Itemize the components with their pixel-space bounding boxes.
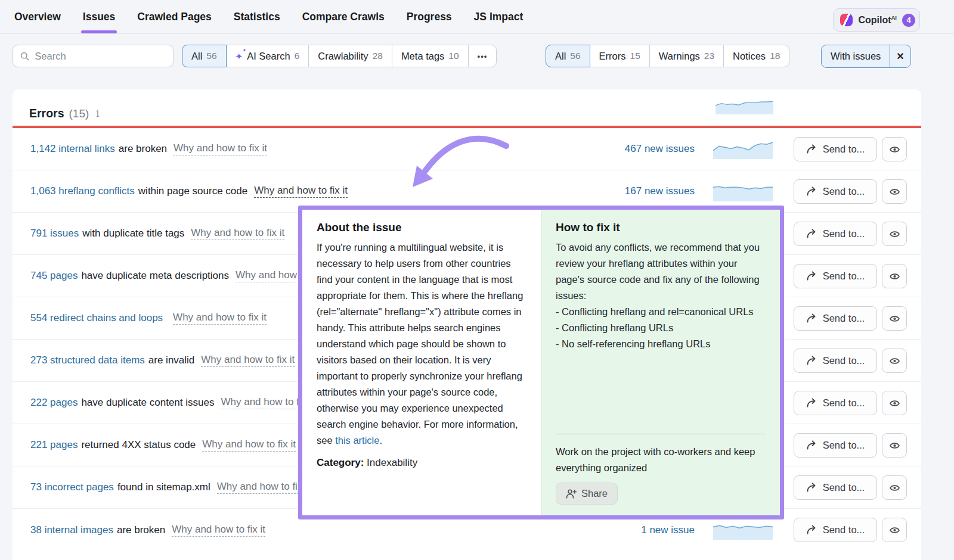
issue-count-link[interactable]: 1,063 hreflang conflicts bbox=[30, 185, 135, 197]
tab-meta-tags[interactable]: Meta tags 10 bbox=[392, 45, 469, 67]
forward-arrow-icon bbox=[806, 186, 817, 197]
why-how-to-fix-link[interactable]: Why and how to fix it bbox=[174, 142, 267, 155]
nav-item-compare-crawls[interactable]: Compare Crawls bbox=[302, 0, 385, 33]
send-to-button[interactable]: Send to... bbox=[794, 179, 877, 204]
nav-item-crawled-pages[interactable]: Crawled Pages bbox=[137, 0, 212, 33]
issue-count-link[interactable]: 273 structured data items bbox=[30, 354, 145, 366]
tab-notices[interactable]: Notices 18 bbox=[723, 45, 789, 67]
section-title: Errors bbox=[29, 107, 64, 120]
share-promo-text: Work on the project with co-workers and … bbox=[556, 444, 766, 476]
add-person-icon bbox=[566, 489, 577, 499]
tab-errors[interactable]: Errors 15 bbox=[590, 45, 650, 67]
send-to-button[interactable]: Send to... bbox=[794, 391, 877, 415]
eye-icon bbox=[889, 229, 900, 239]
more-categories-button[interactable]: ••• bbox=[468, 45, 497, 67]
hide-issue-button[interactable] bbox=[882, 137, 907, 161]
nav-item-progress[interactable]: Progress bbox=[407, 0, 452, 33]
top-navigation: Overview Issues Crawled Pages Statistics… bbox=[0, 0, 954, 34]
issue-count-link[interactable]: 1,142 internal links bbox=[30, 143, 115, 155]
info-icon[interactable]: i bbox=[94, 108, 99, 119]
hide-issue-button[interactable] bbox=[882, 222, 907, 246]
new-issues-link[interactable]: 467 new issues bbox=[625, 143, 695, 155]
issue-count-link[interactable]: 791 issues bbox=[30, 228, 79, 239]
issue-trend-sparkline bbox=[713, 182, 773, 201]
hide-issue-button[interactable] bbox=[882, 179, 907, 204]
issue-count-link[interactable]: 38 internal images bbox=[30, 524, 113, 536]
issue-count-link[interactable]: 222 pages bbox=[30, 397, 78, 409]
nav-item-issues[interactable]: Issues bbox=[83, 0, 115, 33]
category-line: Category: Indexability bbox=[317, 457, 526, 469]
why-how-to-fix-link[interactable]: Why and how to fix it bbox=[254, 185, 348, 198]
eye-icon bbox=[889, 144, 900, 155]
issue-description: have duplicate content issues bbox=[81, 397, 214, 409]
send-to-button[interactable]: Send to... bbox=[794, 349, 877, 373]
why-how-to-fix-link[interactable]: Why and how to fix it bbox=[191, 227, 284, 240]
search-input[interactable] bbox=[35, 51, 166, 62]
hide-issue-button[interactable] bbox=[882, 433, 907, 458]
tab-crawlability[interactable]: Crawlability 28 bbox=[308, 45, 392, 67]
this-article-link[interactable]: this article bbox=[335, 435, 379, 446]
search-box[interactable] bbox=[13, 45, 174, 67]
forward-arrow-icon bbox=[806, 356, 817, 366]
close-icon[interactable]: ✕ bbox=[890, 45, 910, 67]
nav-item-statistics[interactable]: Statistics bbox=[234, 0, 280, 33]
send-to-button[interactable]: Send to... bbox=[794, 518, 877, 542]
severity-filter-group: All 56 Errors 15 Warnings 23 Notices 18 bbox=[546, 45, 789, 67]
tab-warnings[interactable]: Warnings 23 bbox=[649, 45, 724, 67]
nav-item-js-impact[interactable]: JS Impact bbox=[474, 0, 524, 33]
why-how-to-fix-link[interactable]: Why and how to fix it bbox=[202, 438, 296, 452]
divider bbox=[556, 434, 766, 434]
tab-all-categories[interactable]: All 56 bbox=[182, 45, 227, 67]
sparkle-icon: ✦✦ bbox=[236, 52, 243, 61]
tab-all-severity[interactable]: All 56 bbox=[546, 45, 590, 67]
eye-icon bbox=[889, 525, 900, 536]
hide-issue-button[interactable] bbox=[882, 391, 907, 415]
hide-issue-button[interactable] bbox=[882, 349, 907, 373]
issue-count-link[interactable]: 554 redirect chains and loops bbox=[30, 312, 163, 324]
issue-row: 1,142 internal links are broken Why and … bbox=[13, 128, 921, 170]
why-how-to-fix-link[interactable]: Why and how to fix it bbox=[172, 524, 265, 537]
eye-icon bbox=[889, 440, 900, 451]
send-to-button[interactable]: Send to... bbox=[794, 222, 877, 246]
why-how-to-fix-link[interactable]: Why and how to fix it bbox=[173, 312, 267, 325]
send-to-button[interactable]: Send to... bbox=[794, 306, 877, 331]
eye-icon bbox=[889, 356, 900, 366]
fix-intro: To avoid any conflicts, we recommend tha… bbox=[556, 239, 766, 304]
send-to-button[interactable]: Send to... bbox=[794, 475, 877, 500]
forward-arrow-icon bbox=[806, 525, 817, 535]
copilot-logo-icon bbox=[840, 14, 853, 26]
forward-arrow-icon bbox=[806, 229, 817, 239]
active-tab-indicator bbox=[81, 30, 117, 33]
send-to-button[interactable]: Send to... bbox=[794, 137, 877, 161]
issue-description: with duplicate title tags bbox=[82, 228, 184, 239]
fix-bullet: - No self-referencing hreflang URLs bbox=[556, 336, 766, 352]
issue-description: returned 4XX status code bbox=[81, 439, 196, 451]
category-filter-group: All 56 ✦✦ AI Search 6 Crawlability 28 Me… bbox=[182, 45, 497, 67]
issue-count-link[interactable]: 745 pages bbox=[30, 270, 78, 282]
hide-issue-button[interactable] bbox=[882, 518, 907, 542]
new-issues-link[interactable]: 1 new issue bbox=[641, 524, 695, 536]
send-to-button[interactable]: Send to... bbox=[794, 433, 877, 458]
issue-count-link[interactable]: 73 incorrect pages bbox=[30, 481, 114, 493]
hide-issue-button[interactable] bbox=[882, 264, 907, 288]
issue-description: are invalid bbox=[148, 354, 195, 366]
hide-issue-button[interactable] bbox=[882, 475, 907, 500]
why-how-to-fix-link[interactable]: Why and how to fix it bbox=[201, 354, 295, 367]
forward-arrow-icon bbox=[806, 313, 817, 323]
copilot-button[interactable]: CopilotAI 4 bbox=[833, 8, 920, 32]
issue-description: have duplicate meta descriptions bbox=[81, 270, 229, 282]
issue-description: are broken bbox=[119, 143, 167, 155]
with-issues-filter[interactable]: With issues ✕ bbox=[821, 45, 911, 68]
why-how-to-fix-link[interactable]: Why and how to fix it bbox=[217, 481, 311, 494]
issue-count-link[interactable]: 221 pages bbox=[30, 439, 78, 451]
how-to-fix-panel: How to fix it To avoid any conflicts, we… bbox=[541, 210, 780, 515]
hide-issue-button[interactable] bbox=[882, 306, 907, 331]
share-button[interactable]: Share bbox=[556, 483, 618, 505]
about-heading: About the issue bbox=[317, 221, 526, 234]
ellipsis-icon: ••• bbox=[478, 52, 488, 61]
fix-bullet: - Conflicting hreflang and rel=canonical… bbox=[556, 304, 766, 320]
send-to-button[interactable]: Send to... bbox=[794, 264, 877, 288]
tab-ai-search[interactable]: ✦✦ AI Search 6 bbox=[226, 45, 309, 67]
new-issues-link[interactable]: 167 new issues bbox=[625, 185, 695, 197]
nav-item-overview[interactable]: Overview bbox=[14, 0, 61, 33]
